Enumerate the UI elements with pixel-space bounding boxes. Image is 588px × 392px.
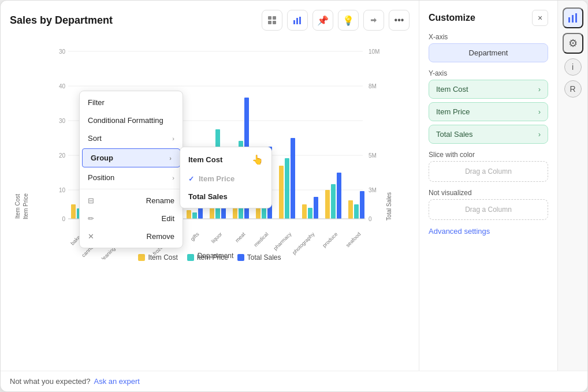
svg-rect-53 — [291, 138, 295, 219]
table-view-button[interactable] — [262, 10, 282, 31]
y-axis-item-price[interactable]: Item Price › — [429, 102, 548, 121]
svg-text:medical: medical — [252, 231, 269, 248]
bar-chart-button[interactable] — [287, 10, 308, 31]
svg-text:10M: 10M — [369, 48, 379, 55]
submenu-price-label: Item Price — [199, 174, 235, 183]
x-axis-value[interactable]: Department — [429, 43, 548, 62]
conditional-formatting-label: Conditional Formatting — [88, 116, 163, 125]
legend-item-cost: Item Cost — [138, 253, 177, 262]
ask-expert-link[interactable]: Ask an expert — [94, 377, 140, 386]
svg-text:10: 10 — [59, 187, 66, 193]
y-axis-sales-label: Total Sales — [436, 130, 473, 139]
svg-rect-51 — [279, 166, 284, 219]
group-chevron-icon: › — [169, 155, 172, 162]
svg-rect-56 — [314, 197, 318, 219]
slice-drop-zone[interactable]: Drag a Column — [429, 161, 548, 182]
svg-text:8M: 8M — [369, 83, 377, 89]
y-axis-price-label: Item Price — [436, 107, 470, 116]
svg-rect-61 — [354, 204, 359, 219]
legend-label-cost: Item Cost — [148, 253, 177, 262]
svg-rect-39 — [187, 210, 191, 219]
svg-rect-6 — [299, 17, 301, 24]
svg-text:photography: photography — [291, 231, 316, 256]
menu-item-remove[interactable]: ✕ Remove — [80, 227, 183, 245]
svg-rect-2 — [268, 21, 271, 24]
panel-header: Customize × — [429, 10, 548, 26]
svg-rect-4 — [293, 20, 295, 24]
not-visualized-drop-zone[interactable]: Drag a Column — [429, 199, 548, 220]
item-price-axis-label: Item Price — [23, 193, 29, 219]
menu-item-group[interactable]: Group › Item Cost 👆 ✓ Item Price — [82, 148, 180, 167]
svg-text:produce: produce — [321, 231, 338, 248]
share-button[interactable] — [363, 10, 384, 31]
menu-item-filter[interactable]: Filter — [80, 94, 183, 111]
more-button[interactable]: ••• — [389, 10, 410, 31]
svg-text:liquor: liquor — [210, 231, 224, 244]
item-cost-axis-label: Item Cost — [14, 194, 21, 219]
svg-rect-78 — [568, 17, 570, 23]
svg-text:gifts: gifts — [189, 231, 200, 242]
position-label: Position — [88, 173, 114, 182]
context-menu: Filter Conditional Formatting Sort › Gro… — [79, 91, 183, 248]
submenu-item-total-sales[interactable]: Total Sales — [180, 188, 271, 206]
filter-label: Filter — [88, 98, 105, 107]
legend-label-price: Item Price — [197, 253, 228, 262]
y-axis-cost-chevron: › — [538, 85, 541, 94]
chart-sidebar-icon[interactable] — [563, 8, 583, 28]
menu-divider — [80, 189, 183, 189]
remove-icon: ✕ — [88, 232, 94, 241]
remove-label: Remove — [147, 232, 174, 241]
slice-section: Slice with color Drag a Column — [429, 151, 548, 182]
menu-item-edit[interactable]: ✏ Edit — [80, 210, 183, 227]
legend-label-sales: Total Sales — [247, 253, 281, 262]
svg-text:40: 40 — [59, 83, 66, 89]
submenu-sales-label: Total Sales — [188, 192, 228, 201]
svg-rect-3 — [273, 21, 276, 24]
svg-rect-59 — [337, 173, 341, 219]
chart-legend: Item Cost Item Price Total Sales — [10, 253, 410, 262]
y-axis-item-cost[interactable]: Item Cost › — [429, 80, 548, 99]
svg-rect-62 — [360, 191, 364, 219]
submenu-item-cost[interactable]: Item Cost 👆 — [180, 150, 271, 170]
menu-item-position[interactable]: Position › — [80, 169, 183, 186]
svg-rect-52 — [285, 158, 289, 219]
x-axis-label: X-axis — [429, 33, 548, 41]
panel-close-button[interactable]: × — [532, 10, 548, 26]
footer-text: Not what you expected? — [10, 377, 90, 386]
check-icon: ✓ — [188, 175, 194, 183]
y-axis-section: Y-axis Item Cost › Item Price › Total Sa… — [429, 69, 548, 144]
svg-text:5M: 5M — [369, 152, 377, 159]
svg-rect-58 — [331, 184, 336, 219]
y-axis-sales-chevron: › — [538, 130, 541, 139]
sort-label: Sort — [88, 134, 102, 143]
y-axis-item-sales[interactable]: Total Sales › — [429, 125, 548, 144]
pin-button[interactable]: 📌 — [312, 10, 333, 31]
bulb-button[interactable]: 💡 — [338, 10, 359, 31]
svg-rect-57 — [325, 190, 330, 219]
legend-item-price: Item Price — [187, 253, 228, 262]
sort-chevron-icon: › — [172, 135, 174, 142]
menu-item-rename[interactable]: ⊟ Rename — [80, 192, 183, 210]
y-axis-cost-label: Item Cost — [436, 85, 468, 94]
info-sidebar-icon[interactable]: i — [564, 58, 582, 76]
svg-rect-80 — [575, 13, 577, 23]
x-axis-section: X-axis Department — [429, 33, 548, 62]
slice-label: Slice with color — [429, 151, 548, 159]
position-chevron-icon: › — [172, 174, 174, 181]
customize-panel: Customize × X-axis Department Y-axis Ite… — [419, 1, 557, 371]
svg-rect-79 — [572, 15, 574, 23]
legend-dot-cost — [138, 254, 145, 261]
not-visualized-section: Not visualized Drag a Column — [429, 189, 548, 220]
submenu-item-price[interactable]: ✓ Item Price — [180, 170, 271, 188]
svg-text:pharmacy: pharmacy — [272, 231, 292, 251]
menu-item-conditional-formatting[interactable]: Conditional Formatting — [80, 111, 183, 129]
svg-rect-40 — [192, 212, 197, 219]
svg-text:3M: 3M — [369, 187, 377, 193]
menu-item-sort[interactable]: Sort › — [80, 129, 183, 147]
group-submenu: Item Cost 👆 ✓ Item Price Total Sales — [180, 147, 272, 208]
svg-text:30: 30 — [59, 118, 66, 124]
advanced-settings-link[interactable]: Advanced settings — [429, 227, 548, 236]
r-sidebar-icon[interactable]: R — [564, 80, 582, 98]
settings-sidebar-icon[interactable]: ⚙ — [563, 33, 583, 54]
svg-text:0: 0 — [62, 216, 65, 222]
